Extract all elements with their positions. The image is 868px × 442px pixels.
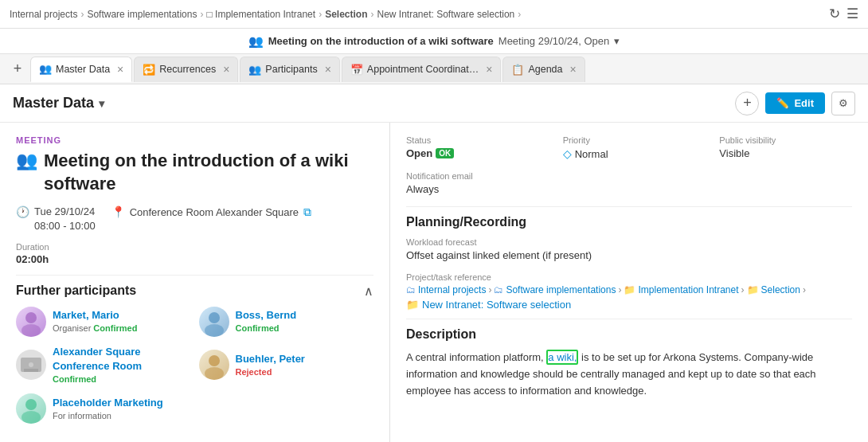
- ok-badge: OK: [436, 148, 454, 158]
- status-group: Status Open OK: [406, 135, 539, 160]
- svg-point-1: [22, 324, 41, 337]
- collapse-icon[interactable]: ∧: [364, 284, 373, 299]
- avatar: [16, 393, 46, 424]
- priority-text: Normal: [575, 148, 608, 160]
- svg-point-2: [209, 312, 220, 323]
- visibility-label: Public visibility: [719, 135, 852, 145]
- priority-label: Priority: [563, 135, 696, 145]
- menu-icon[interactable]: ☰: [846, 6, 858, 22]
- tab-icon: 📅: [350, 64, 363, 76]
- workload-group: Workload forecast Offset against linked …: [406, 237, 852, 261]
- main-content: MEETING 👥 Meeting on the introduction of…: [0, 123, 868, 442]
- close-tab-icon[interactable]: ×: [117, 64, 123, 75]
- svg-point-8: [205, 367, 224, 380]
- breadcrumb-sep: ›: [618, 284, 621, 295]
- project-breadcrumb-item[interactable]: Software implementations: [506, 284, 616, 295]
- tab-master-data[interactable]: 👥 Master Data ×: [30, 57, 132, 82]
- status-row: Status Open OK Priority ◇ Normal Public …: [406, 135, 852, 160]
- project-link-row: 📁 New Intranet: Software selection: [406, 299, 852, 311]
- participants-section: Further participants ∧ Market, Mario Org…: [16, 284, 373, 424]
- refresh-icon[interactable]: ↻: [829, 6, 840, 22]
- priority-value: ◇ Normal: [563, 147, 696, 160]
- tab-recurrences[interactable]: 🔁 Recurrences ×: [134, 57, 238, 82]
- tab-icon: 📋: [511, 64, 524, 76]
- breadcrumb-item[interactable]: New Intranet: Software selection: [377, 9, 514, 20]
- breadcrumb-sep: ›: [488, 284, 491, 295]
- tab-appointment[interactable]: 📅 Appointment Coordinat… ×: [342, 57, 502, 82]
- filter-button[interactable]: ⚙: [831, 92, 855, 115]
- tab-icon: 👥: [39, 63, 52, 75]
- location-row: Conference Room Alexander Square ⧉: [130, 205, 311, 221]
- filter-icon: ⚙: [839, 97, 848, 109]
- tab-icon: 👥: [248, 64, 261, 76]
- visibility-value: Visible: [719, 147, 852, 159]
- close-tab-icon[interactable]: ×: [223, 64, 229, 75]
- project-link[interactable]: New Intranet: Software selection: [422, 299, 571, 311]
- breadcrumb-sep: ›: [200, 9, 203, 20]
- participant-role: For information: [53, 410, 163, 422]
- avatar: [16, 307, 46, 337]
- divider: [16, 275, 373, 276]
- page-title-area: Master Data ▾: [13, 95, 104, 111]
- location-name: Conference Room Alexander Square: [130, 205, 299, 220]
- breadcrumb-item[interactable]: Selection: [325, 9, 367, 20]
- project-breadcrumb-item[interactable]: Internal projects: [418, 284, 486, 295]
- breadcrumb-item[interactable]: Internal projects: [10, 9, 77, 20]
- close-tab-icon[interactable]: ×: [325, 64, 331, 75]
- close-tab-icon[interactable]: ×: [486, 64, 492, 75]
- page-title-dropdown-icon[interactable]: ▾: [99, 97, 104, 110]
- participant-name[interactable]: Placeholder Marketing: [53, 396, 163, 410]
- wiki-link[interactable]: a wiki,: [546, 350, 578, 365]
- breadcrumb-item[interactable]: □ Implementation Intranet: [206, 9, 315, 20]
- left-panel: MEETING 👥 Meeting on the introduction of…: [0, 123, 390, 442]
- status-value: Open OK: [406, 147, 454, 159]
- breadcrumb-sep: ›: [370, 9, 373, 20]
- participant-name[interactable]: Alexander Square Conference Room: [53, 345, 191, 374]
- workload-row: Workload forecast Offset against linked …: [406, 237, 852, 261]
- breadcrumb-item[interactable]: Software implementations: [87, 9, 197, 20]
- date-time-item: 🕐 Tue 29/10/24 08:00 - 10:00: [16, 205, 96, 233]
- svg-point-6: [29, 362, 33, 367]
- meeting-title: Meeting on the introduction of a wiki so…: [268, 35, 494, 47]
- tab-participants[interactable]: 👥 Participants ×: [240, 57, 340, 82]
- workload-value: Offset against linked element (if presen…: [406, 249, 852, 261]
- page-header: Master Data ▾ + ✏️ Edit ⚙: [0, 84, 868, 123]
- meeting-subtitle: Meeting 29/10/24, Open: [499, 35, 610, 47]
- copy-icon[interactable]: ⧉: [303, 205, 311, 221]
- participant-status: Confirmed: [236, 323, 297, 334]
- avatar: [199, 350, 229, 380]
- participant-name[interactable]: Buehler, Peter: [236, 352, 305, 366]
- project-breadcrumb-item[interactable]: Selection: [761, 284, 800, 295]
- edit-button[interactable]: ✏️ Edit: [765, 92, 825, 114]
- avatar: [199, 307, 229, 337]
- participant-card: Buehler, Peter Rejected: [199, 345, 374, 386]
- participants-header: Further participants ∧: [16, 284, 373, 299]
- participant-status: Confirmed: [93, 323, 137, 333]
- title-dropdown-icon[interactable]: ▾: [614, 35, 620, 47]
- page-title: Master Data: [13, 95, 94, 111]
- notification-label: Notification email: [406, 171, 852, 181]
- date: Tue 29/10/24: [34, 205, 96, 219]
- notification-row: Notification email Always: [406, 171, 852, 195]
- svg-rect-5: [24, 369, 38, 372]
- edit-label: Edit: [794, 97, 814, 109]
- add-tab-button[interactable]: +: [6, 58, 29, 80]
- meeting-title-heading: 👥 Meeting on the introduction of a wiki …: [16, 150, 373, 195]
- svg-point-9: [25, 399, 37, 410]
- edit-icon: ✏️: [776, 97, 789, 109]
- participant-name[interactable]: Boss, Bernd: [236, 308, 297, 323]
- right-panel: Status Open OK Priority ◇ Normal Public …: [390, 123, 868, 442]
- project-breadcrumb-item[interactable]: Implementation Intranet: [638, 284, 738, 295]
- participant-role: Organiser Confirmed: [53, 323, 137, 334]
- participant-name[interactable]: Market, Mario: [53, 308, 137, 323]
- add-button[interactable]: +: [735, 92, 759, 115]
- tab-label: Master Data: [56, 64, 110, 75]
- tab-agenda[interactable]: 📋 Agenda ×: [502, 57, 585, 82]
- meeting-title-text: Meeting on the introduction of a wiki so…: [44, 150, 373, 195]
- priority-group: Priority ◇ Normal: [563, 135, 696, 160]
- close-tab-icon[interactable]: ×: [570, 64, 577, 75]
- duration-label: Duration: [16, 242, 373, 252]
- project-icon: 🗂: [406, 284, 416, 295]
- participants-title: Further participants: [16, 284, 136, 298]
- folder-icon: 📁: [624, 284, 635, 295]
